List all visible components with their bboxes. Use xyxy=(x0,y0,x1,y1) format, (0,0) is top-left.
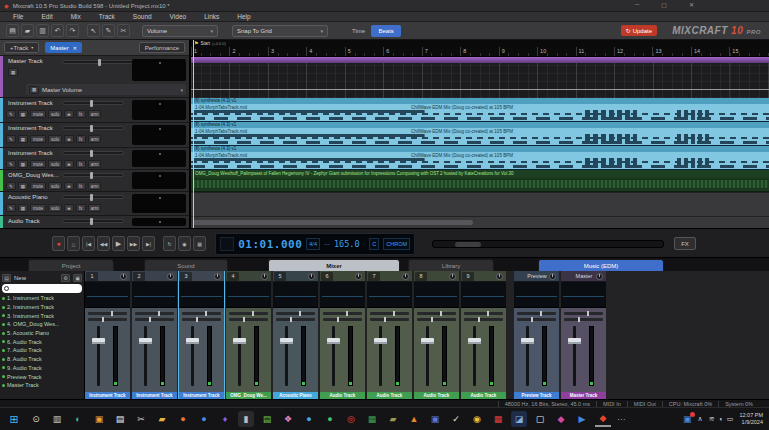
track-header[interactable]: Acoustic Piano ✎ ▦ mute solo ≣ fx arm xyxy=(0,192,189,216)
slider-handle[interactable] xyxy=(90,218,93,225)
instrument-edit-icon[interactable]: ✎ xyxy=(6,204,16,212)
keyboard-icon[interactable]: ▦ xyxy=(18,135,28,143)
gallery-icon[interactable]: ▣ xyxy=(91,411,107,427)
marker-row[interactable]: ⚑ Start (+0:0.0) xyxy=(191,40,769,47)
send-slider[interactable] xyxy=(517,312,556,315)
mixer-track-list-item[interactable]: 1. Instrument Track xyxy=(2,294,82,303)
timeline-ruler[interactable]: 123456789101112131415 xyxy=(191,47,769,56)
track-name[interactable]: Acoustic Piano xyxy=(8,194,48,200)
bottom-tab[interactable]: Sound xyxy=(144,259,228,271)
taskbar-clock[interactable]: 12:07 PM 1/9/2024 xyxy=(739,412,763,426)
task-view-icon[interactable]: ▥ xyxy=(49,411,65,427)
maximize-button[interactable]: ▢ xyxy=(661,1,667,8)
channel-eq-display[interactable] xyxy=(320,282,365,308)
scrollbar-thumb[interactable] xyxy=(455,242,481,247)
track-header[interactable]: Instrument Track ✎ ▦ mute solo ≣ fx arm xyxy=(0,123,189,148)
mixer-track-list-item[interactable]: 7. Audio Track xyxy=(2,346,82,355)
terminal-icon[interactable]: ▮ xyxy=(238,411,254,427)
send-slider[interactable] xyxy=(564,312,603,315)
bottom-tab[interactable]: Library xyxy=(408,259,494,271)
playhead-cursor[interactable] xyxy=(193,40,194,228)
mixcraft-icon[interactable]: ◆ xyxy=(595,411,611,427)
midi-clip[interactable]: 1-04.MorphTabsTrack.mid ChillWave EDM Mi… xyxy=(191,104,769,121)
mute-button[interactable]: mute xyxy=(30,135,46,143)
keyboard-icon[interactable]: ▦ xyxy=(18,160,28,168)
slider-handle[interactable] xyxy=(252,311,254,316)
audacity-icon[interactable]: ▲ xyxy=(406,411,422,427)
todo-icon[interactable]: ✓ xyxy=(448,411,464,427)
paint-icon[interactable]: ❖ xyxy=(280,411,296,427)
send-slider[interactable] xyxy=(370,312,409,315)
paint3d-icon[interactable]: ◆ xyxy=(553,411,569,427)
chrome-icon[interactable]: ◉ xyxy=(469,411,485,427)
redo-icon[interactable]: ↷ xyxy=(66,24,79,37)
slider-handle[interactable] xyxy=(102,317,104,322)
fx-button[interactable]: fx xyxy=(76,182,86,190)
arm-button[interactable]: arm xyxy=(88,204,102,212)
rewind-button[interactable]: ◀◀ xyxy=(97,236,110,251)
send-slider[interactable] xyxy=(464,312,503,315)
forward-end-button[interactable]: ▶| xyxy=(142,236,155,251)
mixer-track-list-item[interactable]: 3. Instrument Track xyxy=(2,311,82,320)
midi-clip[interactable]: 1-04.MorphTabsTrack.mid ChillWave EDM Mi… xyxy=(191,152,769,169)
search-icon[interactable]: ⊙ xyxy=(28,411,44,427)
key-value[interactable]: C xyxy=(369,238,379,250)
midi-clip[interactable]: 1-04.MorphTabsTrack.mid ChillWave EDM Mi… xyxy=(191,128,769,145)
undo-icon[interactable]: ↶ xyxy=(51,24,64,37)
pan-knob[interactable] xyxy=(549,273,556,280)
send-slider[interactable] xyxy=(135,312,174,315)
edge-icon[interactable]: ● xyxy=(301,411,317,427)
volume-fader[interactable] xyxy=(327,338,340,344)
discord-icon[interactable]: ♦ xyxy=(217,411,233,427)
channel-number[interactable]: 3 xyxy=(180,272,192,281)
performance-button[interactable]: Performance xyxy=(139,42,185,53)
filter-icon[interactable]: ▤ xyxy=(2,274,11,282)
rewind-start-button[interactable]: |◀ xyxy=(82,236,95,251)
channel-track-label[interactable]: Preview Track xyxy=(514,392,559,399)
whiteboard-icon[interactable]: ▢ xyxy=(532,411,548,427)
metronome-button[interactable]: △ xyxy=(67,236,80,251)
start-button[interactable]: ⊞ xyxy=(6,411,22,427)
instrument-edit-icon[interactable]: ✎ xyxy=(6,160,16,168)
volume-fader[interactable] xyxy=(139,338,152,344)
file-explorer-icon[interactable]: ▰ xyxy=(154,411,170,427)
empty-track-lanes[interactable] xyxy=(191,192,769,228)
arpeggiator-icon[interactable]: ≣ xyxy=(64,135,74,143)
tray-expand-icon[interactable]: ∧ xyxy=(698,415,703,423)
playback-position[interactable]: 01:01.000 xyxy=(238,238,302,251)
slider-handle[interactable] xyxy=(290,317,292,322)
channel-number[interactable]: 8 xyxy=(415,272,427,281)
slider-handle[interactable] xyxy=(196,317,198,322)
volume-fader[interactable] xyxy=(468,338,481,344)
snap-select[interactable]: Snap To Grid ▾ xyxy=(232,25,328,37)
solo-button[interactable]: solo xyxy=(48,135,62,143)
channel-track-label[interactable]: Instrument Track xyxy=(85,392,130,399)
forward-button[interactable]: ▶▶ xyxy=(127,236,140,251)
channel-eq-display[interactable] xyxy=(561,282,606,308)
track-volume-slider[interactable] xyxy=(62,195,124,199)
cursor-tool-icon[interactable]: ↖ xyxy=(87,24,100,37)
master-track-header[interactable]: Master Track ▦ ▦ Master Volume ▾ xyxy=(0,56,189,98)
bottom-tab[interactable]: Project xyxy=(28,259,114,271)
bottom-tab[interactable]: Mixer xyxy=(268,259,400,271)
volume-fader[interactable] xyxy=(521,338,534,344)
obs-icon[interactable]: ▣ xyxy=(427,411,443,427)
channel-strip[interactable]: 5 Acoustic Piano xyxy=(273,271,318,399)
beats-toggle-button[interactable]: Beats xyxy=(371,25,401,37)
keyboard-icon[interactable]: ▦ xyxy=(18,110,28,118)
send-slider[interactable] xyxy=(182,318,221,321)
send-slider[interactable] xyxy=(229,312,268,315)
mixer-track-list-item[interactable]: Preview Track xyxy=(2,372,82,381)
channel-number[interactable]: 4 xyxy=(227,272,239,281)
slider-handle[interactable] xyxy=(346,311,348,316)
update-button[interactable]: ↻ Update xyxy=(621,25,657,36)
scissors-tool-icon[interactable]: ✂ xyxy=(117,24,130,37)
menu-item[interactable]: Mix xyxy=(62,13,90,20)
channel-number[interactable]: 5 xyxy=(274,272,286,281)
slider-handle[interactable] xyxy=(90,100,93,107)
slider-handle[interactable] xyxy=(578,317,580,322)
volume-fader[interactable] xyxy=(568,338,581,344)
arm-button[interactable]: arm xyxy=(88,182,102,190)
mixer-track-list-item[interactable]: 9. Audio Track xyxy=(2,364,82,373)
gear-icon[interactable]: ⚙ xyxy=(61,274,70,282)
